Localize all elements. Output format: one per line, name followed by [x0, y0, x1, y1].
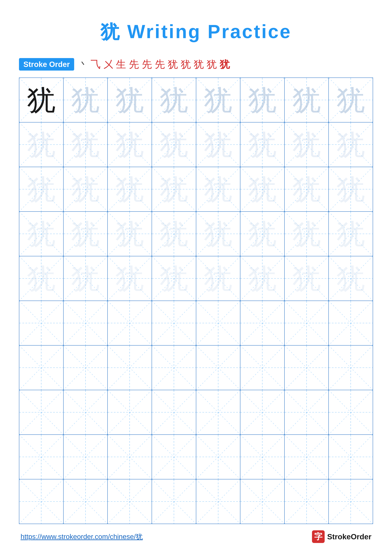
svg-line-207	[152, 345, 196, 390]
svg-line-263	[64, 435, 107, 479]
stroke-4: 生	[116, 58, 126, 71]
grid-cell[interactable]	[108, 345, 152, 390]
grid-cell[interactable]	[285, 301, 329, 345]
grid-cell[interactable]	[152, 301, 196, 345]
svg-line-234	[108, 390, 152, 434]
svg-line-299	[108, 479, 152, 524]
grid-cell[interactable]: 犹	[285, 167, 329, 211]
grid-cell[interactable]: 犹	[329, 78, 373, 122]
svg-line-302	[152, 479, 196, 524]
grid-cell[interactable]: 犹	[152, 256, 196, 301]
svg-line-311	[240, 479, 284, 524]
grid-cell[interactable]: 犹	[240, 123, 285, 167]
grid-row	[19, 435, 373, 479]
grid-cell[interactable]	[196, 390, 241, 434]
grid-cell[interactable]: 犹	[152, 78, 196, 122]
grid-cell[interactable]: 犹	[285, 256, 329, 301]
grid-cell[interactable]	[19, 301, 64, 345]
grid-cell[interactable]	[108, 301, 152, 345]
grid-cell[interactable]	[285, 479, 329, 524]
grid-cell[interactable]: 犹	[64, 212, 108, 256]
grid-cell[interactable]: 犹	[108, 123, 152, 167]
grid-cell[interactable]: 犹	[108, 256, 152, 301]
grid-cell[interactable]	[329, 479, 373, 524]
grid-cell[interactable]	[240, 390, 285, 434]
grid-cell[interactable]	[152, 345, 196, 390]
grid-cell[interactable]	[152, 390, 196, 434]
grid-cell[interactable]: 犹	[196, 123, 241, 167]
grid-cell[interactable]	[152, 479, 196, 524]
grid-cell[interactable]	[64, 301, 108, 345]
grid-cell[interactable]: 犹	[329, 256, 373, 301]
svg-line-250	[285, 390, 328, 434]
svg-line-178	[196, 301, 240, 345]
grid-cell[interactable]: 犹	[196, 167, 241, 211]
grid-cell[interactable]	[329, 301, 373, 345]
grid-cell[interactable]: 犹	[19, 78, 64, 122]
grid-cell[interactable]: 犹	[196, 256, 241, 301]
grid-cell[interactable]: 犹	[64, 78, 108, 122]
grid-cell[interactable]	[196, 301, 241, 345]
grid-cell[interactable]	[329, 435, 373, 479]
grid-cell[interactable]	[64, 345, 108, 390]
grid-cell[interactable]	[108, 479, 152, 524]
svg-line-194	[19, 345, 63, 390]
grid-cell[interactable]	[240, 435, 285, 479]
grid-cell[interactable]	[19, 435, 64, 479]
grid-cell[interactable]: 犹	[64, 167, 108, 211]
logo-icon: 字	[312, 530, 325, 543]
grid-cell[interactable]	[19, 390, 64, 434]
grid-cell[interactable]	[285, 435, 329, 479]
footer-url[interactable]: https://www.strokeorder.com/chinese/犹	[21, 532, 143, 541]
grid-cell[interactable]	[196, 435, 241, 479]
grid-cell[interactable]: 犹	[240, 212, 285, 256]
grid-cell[interactable]	[329, 345, 373, 390]
grid-cell[interactable]: 犹	[152, 212, 196, 256]
grid-cell[interactable]	[19, 345, 64, 390]
grid-cell[interactable]: 犹	[108, 212, 152, 256]
svg-line-211	[196, 345, 240, 390]
grid-cell[interactable]	[329, 390, 373, 434]
svg-line-198	[64, 345, 107, 390]
grid-cell[interactable]	[196, 479, 241, 524]
grid-cell[interactable]: 犹	[285, 78, 329, 122]
svg-line-271	[152, 435, 196, 479]
grid-cell[interactable]	[108, 390, 152, 434]
grid-cell[interactable]	[19, 479, 64, 524]
grid-cell[interactable]: 犹	[64, 123, 108, 167]
grid-cell[interactable]	[152, 435, 196, 479]
grid-cell[interactable]	[240, 479, 285, 524]
grid-cell[interactable]	[285, 390, 329, 434]
grid-cell[interactable]	[64, 390, 108, 434]
grid-cell[interactable]: 犹	[19, 256, 64, 301]
grid-cell[interactable]	[285, 345, 329, 390]
svg-line-246	[240, 390, 284, 434]
grid-cell[interactable]	[196, 345, 241, 390]
grid-cell[interactable]: 犹	[196, 212, 241, 256]
grid-cell[interactable]	[240, 345, 285, 390]
grid-cell[interactable]	[64, 479, 108, 524]
grid-cell[interactable]: 犹	[152, 167, 196, 211]
grid-cell[interactable]: 犹	[196, 78, 241, 122]
grid-cell[interactable]: 犹	[329, 167, 373, 211]
grid-cell[interactable]	[108, 435, 152, 479]
grid-cell[interactable]	[240, 301, 285, 345]
grid-cell[interactable]: 犹	[329, 123, 373, 167]
grid-cell[interactable]: 犹	[285, 123, 329, 167]
grid-cell[interactable]: 犹	[329, 212, 373, 256]
grid-cell[interactable]: 犹	[108, 78, 152, 122]
stroke-9: 犹	[181, 58, 191, 71]
grid-cell[interactable]: 犹	[240, 256, 285, 301]
svg-line-202	[108, 345, 152, 390]
grid-cell[interactable]: 犹	[240, 167, 285, 211]
grid-cell[interactable]: 犹	[19, 123, 64, 167]
grid-cell[interactable]: 犹	[108, 167, 152, 211]
grid-cell[interactable]: 犹	[64, 256, 108, 301]
grid-cell[interactable]: 犹	[19, 167, 64, 211]
grid-cell[interactable]: 犹	[152, 123, 196, 167]
footer: https://www.strokeorder.com/chinese/犹 字 …	[19, 530, 373, 543]
grid-cell[interactable]	[64, 435, 108, 479]
grid-cell[interactable]: 犹	[285, 212, 329, 256]
grid-cell[interactable]: 犹	[240, 78, 285, 122]
grid-cell[interactable]: 犹	[19, 212, 64, 256]
